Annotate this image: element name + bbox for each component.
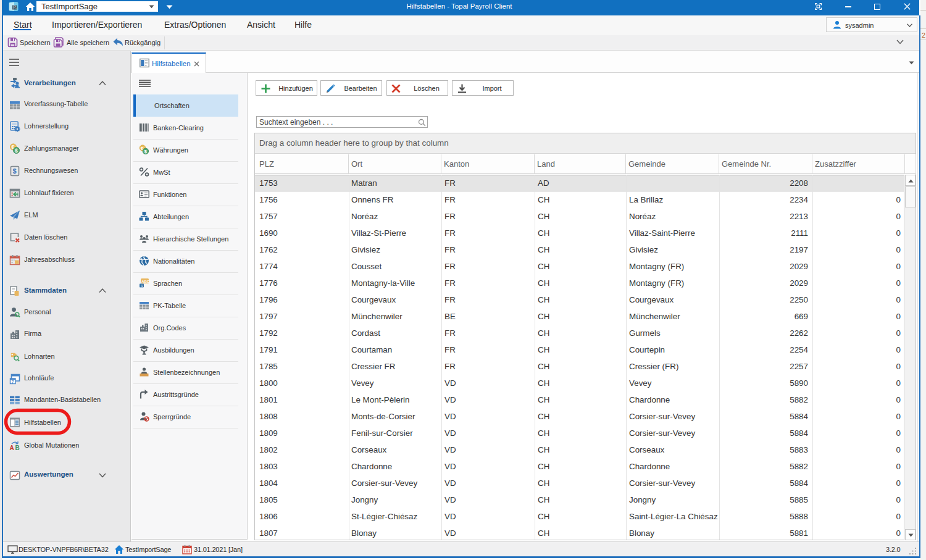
svg-text:ABC: ABC [141, 280, 149, 283]
svg-text:$: $ [144, 149, 148, 154]
svg-text:文: 文 [141, 284, 144, 288]
svg-text:B: B [15, 445, 20, 451]
svg-text:A: A [10, 445, 14, 451]
svg-text:$: $ [13, 167, 17, 175]
svg-text:$: $ [15, 148, 18, 154]
svg-text:7: 7 [12, 380, 14, 384]
